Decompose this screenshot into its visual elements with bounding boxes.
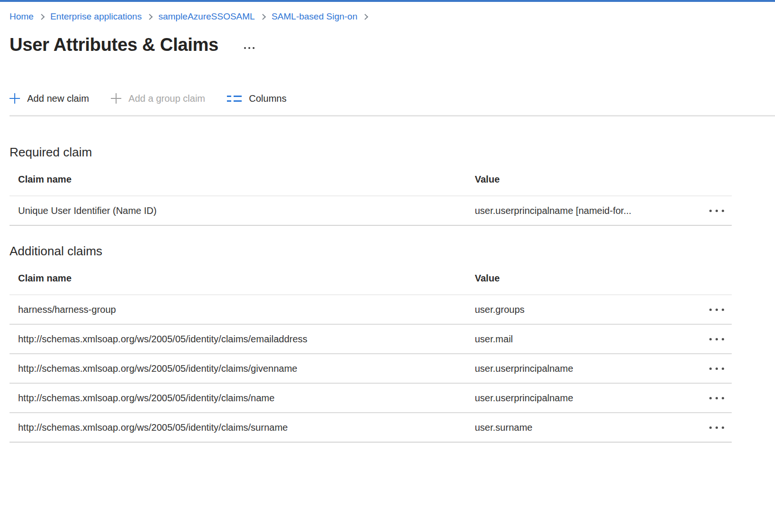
row-context-menu-button[interactable]: [708, 365, 725, 373]
table-row[interactable]: http://schemas.xmlsoap.org/ws/2005/05/id…: [10, 325, 732, 354]
add-new-claim-label: Add new claim: [27, 93, 89, 104]
chevron-right-icon: [260, 14, 266, 20]
ellipsis-icon: [244, 47, 246, 49]
claim-value-cell: user.surname: [475, 422, 697, 433]
claim-name-cell: http://schemas.xmlsoap.org/ws/2005/05/id…: [10, 363, 475, 374]
columns-button[interactable]: Columns: [227, 93, 286, 104]
required-claim-table: Claim name Value Unique User Identifier …: [10, 174, 732, 226]
plus-icon: [111, 93, 121, 104]
ellipsis-icon: [248, 47, 250, 49]
table-row[interactable]: harness/harness-group user.groups: [10, 295, 732, 325]
claim-name-cell: http://schemas.xmlsoap.org/ws/2005/05/id…: [10, 334, 475, 345]
breadcrumb-item-enterprise-applications[interactable]: Enterprise applications: [50, 11, 142, 22]
breadcrumb-item-saml-based-sign-on[interactable]: SAML-based Sign-on: [272, 11, 358, 22]
claim-value-cell: user.groups: [475, 304, 697, 315]
title-more-menu-button[interactable]: [241, 44, 257, 52]
row-context-menu-button[interactable]: [708, 394, 725, 402]
table-header-row: Claim name Value: [10, 174, 732, 196]
breadcrumb: Home Enterprise applications sampleAzure…: [10, 11, 775, 22]
claim-value-cell: user.userprincipalname: [475, 393, 697, 404]
chevron-right-icon: [147, 14, 153, 20]
chevron-right-icon: [39, 14, 45, 20]
table-row[interactable]: http://schemas.xmlsoap.org/ws/2005/05/id…: [10, 413, 732, 443]
columns-label: Columns: [249, 93, 286, 104]
claim-name-column-header: Claim name: [10, 273, 475, 284]
value-column-header: Value: [475, 174, 697, 185]
claim-name-cell: http://schemas.xmlsoap.org/ws/2005/05/id…: [10, 422, 475, 433]
table-row[interactable]: http://schemas.xmlsoap.org/ws/2005/05/id…: [10, 354, 732, 384]
chevron-right-icon: [362, 14, 368, 20]
portal-top-accent-bar: [0, 0, 775, 2]
claim-name-column-header: Claim name: [10, 174, 475, 185]
additional-claims-table: Claim name Value harness/harness-group u…: [10, 273, 732, 443]
claim-name-cell: harness/harness-group: [10, 304, 475, 315]
columns-icon: [227, 96, 242, 102]
breadcrumb-item-home[interactable]: Home: [10, 11, 34, 22]
row-context-menu-button[interactable]: [708, 424, 725, 432]
page-title: User Attributes & Claims: [10, 35, 218, 55]
table-header-row: Claim name Value: [10, 273, 732, 295]
claim-name-cell: Unique User Identifier (Name ID): [10, 205, 475, 216]
row-context-menu-button[interactable]: [708, 207, 725, 215]
claim-value-cell: user.userprincipalname [nameid-for...: [475, 205, 697, 216]
claim-name-cell: http://schemas.xmlsoap.org/ws/2005/05/id…: [10, 393, 475, 404]
claim-value-cell: user.mail: [475, 334, 697, 345]
row-context-menu-button[interactable]: [708, 306, 725, 314]
row-context-menu-button[interactable]: [708, 335, 725, 343]
add-group-claim-button[interactable]: Add a group claim: [111, 93, 205, 104]
title-row: User Attributes & Claims: [10, 32, 775, 57]
add-group-claim-label: Add a group claim: [128, 93, 205, 104]
claim-value-cell: user.userprincipalname: [475, 363, 697, 374]
toolbar-divider: [10, 115, 775, 116]
plus-icon: [10, 93, 20, 104]
additional-claims-heading: Additional claims: [10, 244, 775, 259]
value-column-header: Value: [475, 273, 697, 284]
ellipsis-icon: [253, 47, 255, 49]
breadcrumb-item-sampleazuressosaml[interactable]: sampleAzureSSOSAML: [158, 11, 255, 22]
table-row[interactable]: Unique User Identifier (Name ID) user.us…: [10, 196, 732, 226]
required-claim-heading: Required claim: [10, 145, 775, 160]
command-bar: Add new claim Add a group claim Columns: [10, 87, 775, 109]
add-new-claim-button[interactable]: Add new claim: [10, 93, 89, 104]
table-row[interactable]: http://schemas.xmlsoap.org/ws/2005/05/id…: [10, 384, 732, 413]
user-attributes-claims-page: Home Enterprise applications sampleAzure…: [0, 11, 775, 443]
